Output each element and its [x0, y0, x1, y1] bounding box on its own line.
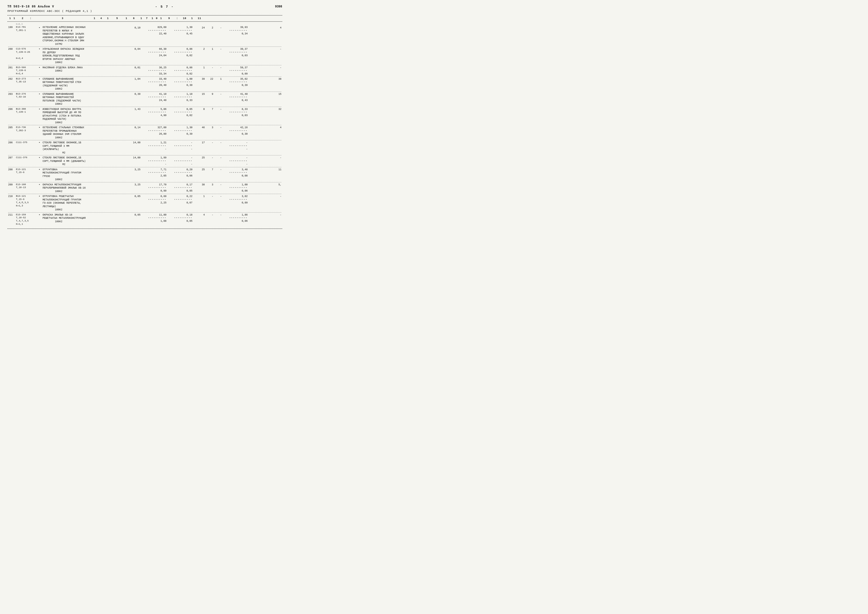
row-c10: 39,37 •••••••••• 0,03: [223, 48, 248, 64]
row-qty: 14,00: [126, 141, 141, 154]
col-h5: 5: [109, 17, 125, 20]
row-price: 0,60 •••••••••• 2,25: [141, 195, 167, 212]
row-code: B13-308 Т,139-1: [16, 108, 38, 124]
row-c9: -: [214, 195, 222, 212]
row-c11: [248, 183, 265, 193]
row-price: 829,60 •••••••••• 22,40: [141, 23, 167, 46]
row-bullet: •: [38, 126, 42, 140]
row-sum: 1,00 •••••••••• 0,30: [167, 78, 193, 91]
row-code: C13-576 Т,139-6-26 К=2,4: [16, 48, 38, 64]
table-row: 207 C111-376 • СТЕКЛО ЛИСТОВОЕ ОКОННОЕ,1…: [8, 156, 282, 166]
row-c12: 11: [265, 168, 282, 181]
row-c12: -: [265, 195, 282, 212]
col-h7b: 1: [151, 17, 154, 20]
row-qty: 0,05: [126, 213, 141, 226]
row-num: 205: [8, 126, 16, 140]
row-c7: 4: [193, 213, 205, 226]
col-h9: 9: [162, 17, 176, 20]
row-c12: -: [265, 213, 282, 226]
row-num: 209: [8, 183, 16, 193]
row-code: C111-376: [16, 156, 38, 166]
table-row: 199 К=0,3 E13-701 Т,201-1 • ОСТЕКЛЕНИЕ А…: [8, 23, 282, 46]
row-bullet: •: [38, 48, 42, 64]
row-c10: - •••••••••• -: [223, 156, 248, 166]
row-c8: -: [205, 195, 214, 212]
row-c11: [248, 78, 265, 91]
row-c12: [265, 141, 282, 154]
row-bullet: •: [38, 156, 42, 166]
row-sum: 0,18 •••••••••• 0,05: [167, 213, 193, 226]
row-sum: 1,30 •••••••••• 0,45: [167, 23, 193, 46]
row-qty: 1,43: [126, 108, 141, 124]
row-c11: [248, 126, 265, 140]
row-c10: 42,16 •••••••••• 0,30: [223, 126, 248, 140]
row-c7: 25: [193, 168, 205, 181]
table-row: 201 B13-566 Т,139-6 К=2,4 • МАСЛЯНАЯ ОТД…: [8, 66, 282, 76]
row-c11: [248, 108, 265, 124]
header-center: - 5 7 -: [155, 5, 174, 9]
row-c10: 1,86 •••••••••• 0,06: [223, 213, 248, 226]
row-c10: 41,40 •••••••••• 0,43: [223, 93, 248, 106]
row-desc: УЛУЧЬЗЕННАЯ ОКРАСКА ЗЕЛИДАКИ ПО ДЕРЕВУ Б…: [42, 48, 126, 64]
row-qty: 0,39: [126, 93, 141, 106]
row-code: B13-121 Т,15-6 Т,4,П,3,5 К=1,3: [16, 195, 38, 212]
col-h5b: 1: [125, 17, 128, 20]
col-h9b: :: [176, 17, 178, 20]
row-sum: 0,20 •••••••••• 0,06: [167, 168, 193, 181]
row-price: 5,86 •••••••••• 4,90: [141, 108, 167, 124]
row-desc: СТЕКЛО ЛИСТОВОЕ ОКОННОЕ,1Б СОРТ,ТОЛЩИНОЙ…: [42, 156, 126, 166]
col-h8: 0: [154, 17, 160, 20]
row-sum: 0,86 •••••••••• 0,02: [167, 48, 193, 64]
col-h4b: 1: [107, 17, 109, 20]
row-desc: ОКРАСКА ЭМАЛЬЮ ХВ-16 РЕШЕТЧАТЫХ МЕТАЛЛОК…: [42, 213, 126, 226]
row-num: 203: [8, 93, 16, 106]
row-num: 207: [8, 156, 16, 166]
table-row: 203 B13-276 Т,53-16 • СПЛОШНОЕ ВЫРАВНИВА…: [8, 93, 282, 106]
col-h3b: 1: [93, 17, 96, 20]
table-row: 210 B13-121 Т,15-6 Т,4,П,3,5 К=1,3 • ОГР…: [8, 195, 282, 212]
row-c8: -: [205, 141, 214, 154]
row-bullet: •: [38, 168, 42, 181]
row-code: B13-273 Т,35-13: [16, 78, 38, 91]
row-qty: 0,04: [126, 48, 141, 64]
row-desc: СПЛОШНОЕ ВЫРАВНИВАНИЕ БЕТОННЫХ ПОВЕРХНОС…: [42, 78, 126, 91]
row-c7: 8: [193, 108, 205, 124]
row-c8: 7: [205, 168, 214, 181]
col-h6b: 1: [140, 17, 143, 20]
col-h10: 10: [178, 17, 191, 20]
row-c12: 4: [265, 126, 282, 140]
row-bullet: •: [38, 66, 42, 76]
row-price: 1,21 •••••••••• -: [141, 141, 167, 154]
row-c11: [248, 23, 265, 46]
row-c7: 24: [193, 23, 205, 46]
col-h6: 6: [128, 17, 140, 20]
header-bottom-border: [8, 21, 282, 22]
row-code: E13-121 Т,15-6: [16, 168, 38, 181]
row-c11: [248, 66, 265, 76]
row-sum: - •••••••••• -: [167, 141, 193, 154]
row-c9: -: [214, 213, 222, 226]
col-headers-row: 1 1 2 : 3 1 4 1 5 1 6 1 7 1 0 1 9 : 10 1…: [8, 17, 282, 20]
row-qty: 0,14: [126, 126, 141, 140]
page-container: ТП 503-9-18 86 Альбом V - 5 7 - 9398 ПРО…: [8, 5, 282, 229]
row-c9: -: [214, 48, 222, 64]
row-c8: -: [205, 66, 214, 76]
row-qty: 0,01: [126, 66, 141, 76]
row-num: 201: [8, 66, 16, 76]
row-bullet: •: [38, 213, 42, 226]
row-num: 210: [8, 195, 16, 212]
row-c8: 22: [205, 78, 214, 91]
table-row: 206 C111-375 • СТЕКЛО ЛИСТОВОЕ ОКОННОЕ,1…: [8, 141, 282, 154]
row-c8: 7: [205, 108, 214, 124]
row-c10: - •••••••••• -: [223, 141, 248, 154]
table-row: 202 B13-273 Т,35-13 • СПЛОШНОЕ ВЫРАВНИВА…: [8, 78, 282, 91]
row-bullet: •: [38, 78, 42, 91]
table-row: 205 E13-736 Т,202-3 • ОСТЕКЛЕНИЕ СТАЛЬНЫ…: [8, 126, 282, 140]
table-row: 209 E13-160 Т,18-13 • ОКРАСКА МЕТАЛЛОКОН…: [8, 183, 282, 193]
row-bullet: •: [38, 108, 42, 124]
row-c11: [248, 48, 265, 64]
main-table: 199 К=0,3 E13-701 Т,201-1 • ОСТЕКЛЕНИЕ А…: [8, 23, 282, 226]
row-c8: 2: [205, 23, 214, 46]
row-desc: СТЕКЛО ЛИСТОВОЕ ОКОННОЕ,1Б СОРТ,ТОЛЩИНОЙ…: [42, 141, 126, 154]
row-c9: -: [214, 168, 222, 181]
